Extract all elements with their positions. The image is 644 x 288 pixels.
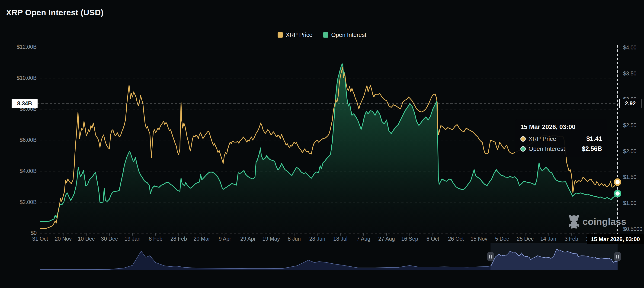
x-axis-label: 6 Oct	[426, 236, 439, 242]
oi-end-marker	[614, 190, 622, 197]
x-axis-label: 29 Apr	[240, 236, 256, 242]
x-axis-label: 20 Nov	[55, 236, 72, 242]
crosshair-price-badge: 2.92	[619, 99, 642, 108]
open-interest-swatch-icon	[323, 32, 328, 38]
legend-label: Open Interest	[331, 32, 366, 38]
tooltip-value: $1.41	[586, 135, 602, 142]
watermark: coinglass	[568, 214, 626, 229]
page-title: XRP Open Interest (USD)	[6, 8, 104, 17]
legend-item-open-interest[interactable]: Open Interest	[323, 32, 366, 38]
x-axis-label: 31 Oct	[32, 236, 48, 242]
y-axis-left-label: $12.00B	[2, 44, 37, 50]
coinglass-mascot-icon	[568, 214, 580, 229]
legend-item-xrp-price[interactable]: XRP Price	[278, 32, 312, 38]
x-axis-label: 3 Feb	[564, 236, 578, 242]
tooltip-row-open-interest: Open Interest $2.56B	[520, 145, 602, 152]
x-axis-label: 18 Jul	[333, 236, 348, 242]
tooltip-row-price: XRP Price $1.41	[520, 135, 602, 142]
chart-page: XRP Open Interest (USD) XRP Price Open I…	[0, 0, 644, 288]
x-axis-label: 30 Dec	[101, 236, 118, 242]
y-axis-right-label: $2.50	[623, 122, 636, 129]
y-axis-right-label: $3.50	[623, 71, 636, 77]
y-axis-left-label: $2.00B	[2, 199, 37, 205]
x-axis-label: 26 Oct	[448, 236, 464, 242]
x-axis-label: 10 Dec	[78, 236, 95, 242]
x-axis-label: 16 Sep	[401, 236, 418, 242]
y-axis-right-label: $2.00	[623, 148, 636, 155]
x-axis-label: 19 Jan	[124, 236, 140, 242]
price-end-marker	[614, 178, 622, 186]
x-axis-label: 28 Jun	[309, 236, 325, 242]
tooltip-label: Open Interest	[528, 145, 582, 152]
x-axis-label: 15 Nov	[470, 236, 488, 242]
x-axis-label: 14 Jan	[540, 236, 556, 242]
y-axis-left-label: $4.00B	[2, 168, 37, 174]
x-axis-label: 8 Feb	[149, 236, 162, 242]
legend: XRP Price Open Interest	[0, 32, 644, 38]
y-axis-left-label: $6.00B	[2, 137, 37, 143]
tooltip: 15 Mar 2026, 03:00 XRP Price $1.41 Open …	[515, 119, 607, 157]
y-axis-right-label: $4.00	[623, 45, 636, 51]
tooltip-label: XRP Price	[528, 135, 586, 142]
x-axis-label: 20 Mar	[194, 236, 210, 242]
x-axis-label: 5 Dec	[495, 236, 509, 242]
open-interest-dot-icon	[520, 146, 526, 152]
y-axis-right-label: $1.50	[623, 174, 636, 180]
x-axis-label: 28 Feb	[170, 236, 187, 242]
x-axis-label: 7 Aug	[357, 236, 370, 242]
x-axis-label: 27 Aug	[378, 236, 395, 242]
x-axis-label: 25 Dec	[517, 236, 534, 242]
xrp-price-dot-icon	[520, 136, 526, 142]
x-axis-label: 19 May	[262, 236, 280, 242]
x-axis-label: 8 Jun	[288, 236, 300, 242]
xrp-price-swatch-icon	[278, 32, 283, 38]
navigator-handle-right[interactable]	[614, 252, 621, 261]
watermark-text: coinglass	[582, 216, 626, 227]
navigator-handle-left[interactable]	[487, 252, 494, 261]
navigator[interactable]	[40, 243, 621, 270]
crosshair-oi-badge: 8.34B	[12, 99, 38, 108]
legend-label: XRP Price	[286, 32, 312, 38]
x-axis-label: 9 Apr	[219, 236, 231, 242]
tooltip-value: $2.56B	[582, 145, 602, 152]
y-axis-right-label: $1.00	[623, 200, 636, 206]
tooltip-date: 15 Mar 2026, 03:00	[520, 123, 602, 131]
crosshair-date-badge: 15 Mar 2026, 03:00	[587, 234, 644, 244]
y-axis-left-label: $0	[2, 230, 37, 236]
y-axis-left-label: $10.00B	[2, 75, 37, 81]
